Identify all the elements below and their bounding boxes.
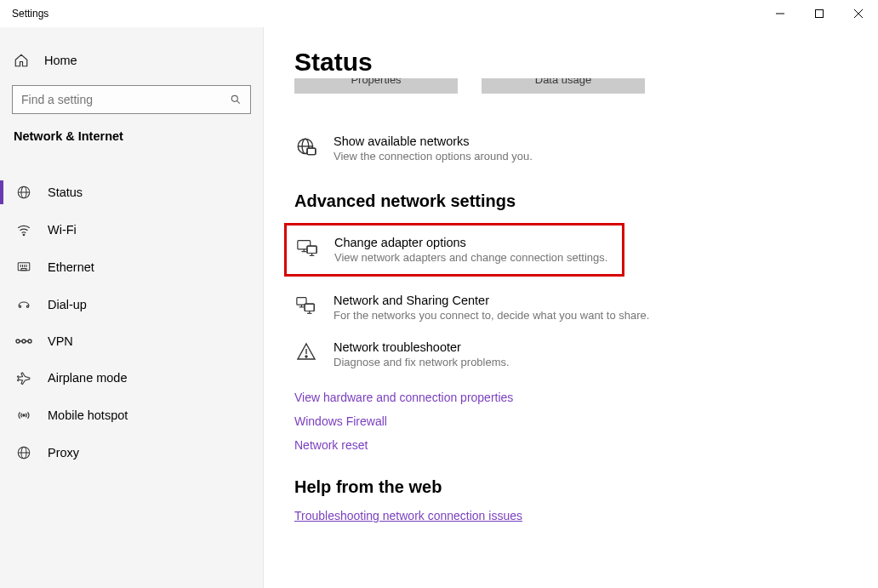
svg-point-23	[23, 414, 25, 416]
warning-icon	[294, 340, 318, 361]
sidebar-item-label: Wi-Fi	[48, 223, 77, 237]
sidebar-item-label: Mobile hotspot	[48, 408, 128, 422]
sidebar-item-airplane[interactable]: Airplane mode	[0, 359, 263, 397]
sharing-icon	[294, 294, 318, 316]
page-title: Status	[294, 48, 878, 77]
data-usage-button[interactable]: Data usage	[482, 78, 645, 94]
svg-point-47	[305, 356, 307, 357]
properties-button[interactable]: Properties	[294, 78, 458, 94]
home-icon	[14, 53, 29, 68]
sidebar-item-label: Ethernet	[48, 260, 94, 274]
sidebar-item-label: Dial-up	[48, 298, 87, 311]
network-sharing-center[interactable]: Network and Sharing Center For the netwo…	[294, 287, 878, 334]
maximize-button[interactable]	[800, 0, 839, 27]
titlebar: Settings	[0, 0, 878, 27]
window-title: Settings	[12, 8, 48, 20]
svg-rect-30	[307, 148, 316, 155]
ethernet-icon	[15, 260, 32, 275]
sidebar-item-status[interactable]: Status	[0, 174, 263, 211]
vpn-icon	[15, 336, 32, 346]
svg-point-4	[231, 95, 237, 101]
sidebar-item-dialup[interactable]: Dial-up	[0, 286, 263, 323]
svg-point-9	[23, 234, 25, 236]
home-label: Home	[44, 54, 77, 67]
svg-point-18	[16, 340, 20, 343]
search-icon	[230, 94, 242, 106]
svg-rect-11	[21, 269, 26, 271]
main-content: Status Properties Data usage Show availa…	[264, 27, 878, 588]
window-controls	[761, 0, 878, 27]
sidebar-section-title: Network & Internet	[0, 129, 263, 155]
sidebar-item-label: Status	[48, 186, 83, 199]
close-button[interactable]	[839, 0, 878, 27]
home-link[interactable]: Home	[0, 44, 263, 77]
change-adapter-options[interactable]: Change adapter options View network adap…	[295, 236, 613, 264]
advanced-header: Advanced network settings	[294, 191, 878, 211]
dialup-icon	[15, 297, 32, 312]
wifi-icon	[15, 222, 32, 237]
search-box[interactable]	[12, 85, 251, 114]
sidebar-item-label: VPN	[48, 334, 73, 348]
windows-firewall-link[interactable]: Windows Firewall	[294, 414, 878, 428]
svg-rect-1	[816, 10, 824, 18]
truncated-button-row: Properties Data usage	[294, 78, 878, 94]
nav-list: Status Wi-Fi Ethernet Dial-up	[0, 155, 263, 471]
setting-desc: View the connection options around you.	[334, 150, 533, 163]
help-troubleshoot-link[interactable]: Troubleshooting network connection issue…	[294, 509, 878, 522]
minimize-button[interactable]	[761, 0, 800, 27]
setting-desc: Diagnose and fix network problems.	[334, 356, 510, 368]
sidebar-item-proxy[interactable]: Proxy	[0, 434, 263, 471]
network-troubleshooter[interactable]: Network troubleshooter Diagnose and fix …	[294, 334, 878, 380]
highlight-annotation: Change adapter options View network adap…	[284, 223, 624, 277]
globe-icon	[15, 185, 32, 200]
svg-point-16	[19, 305, 20, 307]
setting-title: Network troubleshooter	[334, 340, 510, 354]
sidebar-item-label: Airplane mode	[48, 371, 128, 385]
setting-title: Change adapter options	[334, 236, 607, 249]
sidebar-item-hotspot[interactable]: Mobile hotspot	[0, 397, 263, 434]
view-hardware-link[interactable]: View hardware and connection properties	[294, 391, 878, 404]
hotspot-icon	[15, 408, 32, 423]
sidebar-item-label: Proxy	[48, 446, 79, 460]
setting-desc: View network adapters and change connect…	[334, 251, 607, 264]
setting-title: Show available networks	[334, 134, 533, 148]
svg-point-20	[28, 340, 31, 343]
setting-desc: For the networks you connect to, decide …	[334, 309, 649, 322]
sidebar-item-ethernet[interactable]: Ethernet	[0, 248, 263, 286]
adapter-icon	[295, 236, 319, 258]
sidebar-item-wifi[interactable]: Wi-Fi	[0, 211, 263, 248]
svg-rect-40	[305, 304, 314, 311]
airplane-icon	[15, 370, 32, 385]
help-header: Help from the web	[294, 477, 878, 497]
svg-point-19	[22, 340, 26, 343]
search-input[interactable]	[21, 93, 230, 106]
network-reset-link[interactable]: Network reset	[294, 438, 878, 452]
svg-line-5	[237, 100, 239, 103]
svg-rect-35	[307, 246, 316, 253]
setting-title: Network and Sharing Center	[334, 294, 649, 307]
proxy-icon	[15, 445, 32, 460]
sidebar-item-vpn[interactable]: VPN	[0, 323, 263, 359]
sidebar: Home Network & Internet Status Wi-Fi	[0, 27, 264, 588]
show-available-networks[interactable]: Show available networks View the connect…	[294, 128, 878, 174]
svg-point-17	[26, 305, 28, 307]
svg-rect-10	[18, 263, 30, 271]
globe-icon	[294, 134, 318, 158]
